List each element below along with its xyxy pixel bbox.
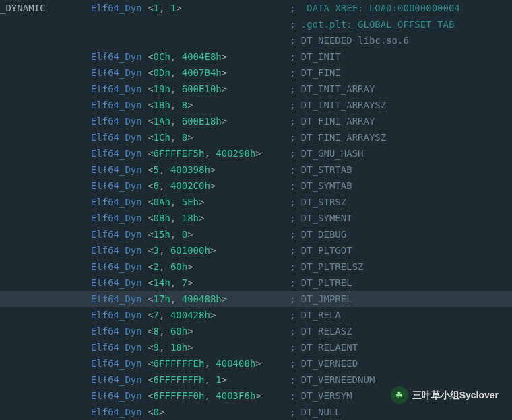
code-line[interactable]: Elf64_Dyn <1Ch, 8> ; DT_FINI_ARRAYSZ [0,129,512,145]
code-line[interactable]: Elf64_Dyn <1Ah, 600E18h> ; DT_FINI_ARRAY [0,113,512,129]
code-line[interactable]: Elf64_Dyn <0Ch, 4004E8h> ; DT_INIT [0,48,512,65]
code-line[interactable]: Elf64_Dyn <8, 60h> ; DT_RELASZ [0,323,512,339]
code-line[interactable]: Elf64_Dyn <7, 400428h> ; DT_RELA [0,307,512,323]
code-line[interactable]: Elf64_Dyn <9, 18h> ; DT_RELAENT [0,339,512,355]
disassembly-view[interactable]: { "label": "_DYNAMIC", "type": "Elf64_Dy… [0,0,512,420]
code-line[interactable]: Elf64_Dyn <6FFFFFF0h, 4003F6h> ; DT_VERS… [0,388,512,404]
code-lines: _DYNAMIC Elf64_Dyn <1, 1> ; DATA XREF: L… [0,0,512,420]
code-line[interactable]: Elf64_Dyn <6FFFFEF5h, 400298h> ; DT_GNU_… [0,145,512,162]
code-line[interactable]: Elf64_Dyn <6FFFFFFEh, 400408h> ; DT_VERN… [0,355,512,372]
code-line[interactable]: Elf64_Dyn <0Dh, 4007B4h> ; DT_FINI [0,65,512,81]
code-line[interactable]: Elf64_Dyn <5, 400398h> ; DT_STRTAB [0,162,512,178]
code-line[interactable]: Elf64_Dyn <6, 4002C0h> ; DT_SYMTAB [0,178,512,194]
code-line[interactable]: Elf64_Dyn <0Bh, 18h> ; DT_SYMENT [0,210,512,226]
code-line[interactable]: Elf64_Dyn <19h, 600E10h> ; DT_INIT_ARRAY [0,81,512,97]
code-line[interactable]: Elf64_Dyn <0Ah, 5Eh> ; DT_STRSZ [0,194,512,210]
code-line[interactable]: Elf64_Dyn <14h, 7> ; DT_PLTREL [0,275,512,291]
code-line[interactable]: Elf64_Dyn <17h, 400488h> ; DT_JMPREL [0,291,512,307]
code-line[interactable]: Elf64_Dyn <15h, 0> ; DT_DEBUG [0,226,512,242]
code-line[interactable]: Elf64_Dyn <0> ; DT_NULL [0,404,512,420]
code-line[interactable]: ; .got.plt:_GLOBAL_OFFSET_TAB [0,16,512,32]
code-line[interactable]: _DYNAMIC Elf64_Dyn <1, 1> ; DATA XREF: L… [0,0,512,16]
code-line[interactable]: Elf64_Dyn <3, 601000h> ; DT_PLTGOT [0,242,512,258]
code-line[interactable]: ; DT_NEEDED libc.so.6 [0,32,512,48]
code-line[interactable]: Elf64_Dyn <1Bh, 8> ; DT_INIT_ARRAYSZ [0,97,512,113]
code-line[interactable]: Elf64_Dyn <2, 60h> ; DT_PLTRELSZ [0,258,512,275]
code-line[interactable]: Elf64_Dyn <6FFFFFFFh, 1> ; DT_VERNEEDNUM [0,372,512,388]
